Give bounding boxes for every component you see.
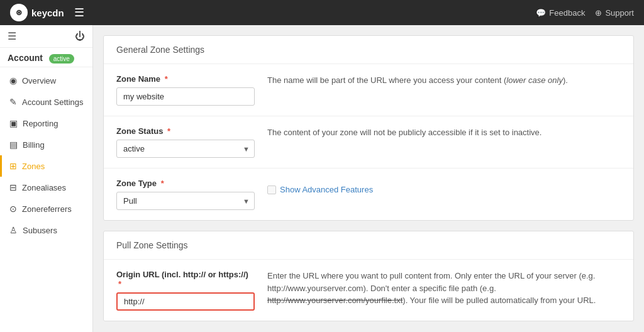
pull-zone-settings-card: Pull Zone Settings Origin URL (incl. htt… bbox=[103, 231, 634, 321]
logo[interactable]: ⊛ keycdn bbox=[10, 4, 64, 21]
account-label: Account bbox=[8, 53, 43, 63]
sidebar-item-zonealiases[interactable]: ⊟ Zonealiases bbox=[0, 177, 92, 198]
show-advanced-label: Show Advanced Features bbox=[280, 184, 373, 196]
account-badge: active bbox=[49, 54, 74, 64]
sidebar-item-label: Zonealiases bbox=[22, 183, 66, 192]
sidebar-item-label: Billing bbox=[23, 140, 45, 150]
zones-icon: ⊞ bbox=[9, 161, 17, 171]
sidebar-top-bar: ☰ ⏻ bbox=[0, 25, 92, 48]
zonealiases-icon: ⊟ bbox=[9, 182, 17, 192]
general-zone-settings-body: Zone Name * The name will be part of the… bbox=[104, 64, 633, 220]
zone-status-select-wrapper: active inactive ▼ bbox=[116, 140, 255, 158]
sidebar-item-label: Subusers bbox=[23, 226, 57, 235]
sidebar-power-icon[interactable]: ⏻ bbox=[75, 31, 85, 42]
logo-icon: ⊛ bbox=[10, 4, 28, 21]
billing-icon: ▤ bbox=[9, 140, 18, 150]
feedback-link[interactable]: 💬 Feedback bbox=[536, 8, 585, 18]
general-zone-settings-card: General Zone Settings Zone Name * The na… bbox=[103, 35, 634, 221]
top-nav: ⊛ keycdn ☰ 💬 Feedback ⊕ Support bbox=[0, 0, 644, 25]
zone-type-select[interactable]: Pull Push bbox=[116, 192, 255, 210]
zone-status-left: Zone Status * active inactive ▼ bbox=[116, 126, 255, 158]
sidebar-item-zones[interactable]: ⊞ Zones bbox=[0, 155, 92, 177]
sidebar-item-label: Overview bbox=[22, 76, 56, 86]
pull-zone-settings-body: Origin URL (incl. http:// or https://) *… bbox=[104, 260, 633, 321]
origin-url-left: Origin URL (incl. http:// or https://) * bbox=[116, 270, 255, 311]
zone-name-hint-italic: lower case only bbox=[506, 75, 563, 85]
pull-zone-settings-header: Pull Zone Settings bbox=[104, 231, 633, 260]
general-zone-settings-header: General Zone Settings bbox=[104, 36, 633, 64]
zone-name-required: * bbox=[165, 74, 168, 84]
sidebar-nav: ◉ Overview ✎ Account Settings ▣ Reportin… bbox=[0, 67, 92, 243]
zone-status-right: The content of your zone will not be pub… bbox=[267, 126, 621, 139]
zone-name-input[interactable] bbox=[116, 87, 255, 106]
sidebar-item-zonereferrers[interactable]: ⊙ Zonereferrers bbox=[0, 198, 92, 219]
zone-type-label: Zone Type * bbox=[116, 179, 255, 188]
sidebar-item-label: Account Settings bbox=[22, 97, 84, 107]
sidebar-item-account-settings[interactable]: ✎ Account Settings bbox=[0, 91, 92, 113]
zone-status-label: Zone Status * bbox=[116, 126, 255, 136]
zone-type-right: Show Advanced Features bbox=[267, 179, 621, 196]
overview-icon: ◉ bbox=[9, 75, 17, 86]
logo-text: keycdn bbox=[31, 8, 64, 18]
origin-url-right: Enter the URL where you want to pull con… bbox=[267, 270, 621, 307]
zone-status-select[interactable]: active inactive bbox=[116, 140, 255, 158]
hamburger-icon[interactable]: ☰ bbox=[74, 6, 84, 19]
sidebar: ☰ ⏻ Account active ◉ Overview ✎ Account … bbox=[0, 25, 93, 332]
origin-url-strikethrough: http://www.yourserver.com/yourfile.txt bbox=[267, 296, 402, 305]
support-label: Support bbox=[605, 8, 634, 18]
app-body: ☰ ⏻ Account active ◉ Overview ✎ Account … bbox=[0, 25, 644, 332]
sidebar-item-subusers[interactable]: ♙ Subusers bbox=[0, 219, 92, 241]
account-section: Account active bbox=[0, 48, 92, 67]
pull-zone-settings-title: Pull Zone Settings bbox=[116, 240, 188, 250]
sidebar-item-overview[interactable]: ◉ Overview bbox=[0, 70, 92, 91]
origin-url-input[interactable] bbox=[116, 292, 255, 311]
zone-type-required: * bbox=[161, 179, 164, 188]
sidebar-item-billing[interactable]: ▤ Billing bbox=[0, 134, 92, 155]
feedback-label: Feedback bbox=[549, 8, 585, 18]
zone-type-select-wrapper: Pull Push ▼ bbox=[116, 192, 255, 210]
zone-name-left: Zone Name * bbox=[116, 74, 255, 106]
support-link[interactable]: ⊕ Support bbox=[595, 8, 634, 18]
main-content: General Zone Settings Zone Name * The na… bbox=[93, 25, 644, 332]
zone-type-left: Zone Type * Pull Push ▼ bbox=[116, 179, 255, 210]
sidebar-hamburger-icon[interactable]: ☰ bbox=[8, 30, 16, 42]
zone-status-required: * bbox=[167, 126, 170, 136]
sidebar-item-label: Zonereferrers bbox=[22, 204, 72, 214]
feedback-icon: 💬 bbox=[536, 8, 546, 18]
support-icon: ⊕ bbox=[595, 8, 602, 18]
zone-status-row: Zone Status * active inactive ▼ The c bbox=[104, 116, 633, 169]
zone-name-right: The name will be part of the URL where y… bbox=[267, 74, 621, 87]
sidebar-item-label: Reporting bbox=[23, 119, 58, 128]
origin-url-label: Origin URL (incl. http:// or https://) * bbox=[116, 270, 255, 289]
sidebar-item-reporting[interactable]: ▣ Reporting bbox=[0, 113, 92, 134]
top-nav-left: ⊛ keycdn ☰ bbox=[10, 4, 84, 21]
zone-name-label: Zone Name * bbox=[116, 74, 255, 84]
show-advanced-features-button[interactable]: Show Advanced Features bbox=[267, 184, 621, 196]
zone-name-row: Zone Name * The name will be part of the… bbox=[104, 64, 633, 116]
reporting-icon: ▣ bbox=[9, 118, 18, 128]
zonereferrers-icon: ⊙ bbox=[9, 204, 17, 214]
general-zone-settings-title: General Zone Settings bbox=[116, 45, 204, 55]
subusers-icon: ♙ bbox=[9, 225, 18, 235]
account-settings-icon: ✎ bbox=[9, 97, 17, 107]
top-nav-right: 💬 Feedback ⊕ Support bbox=[536, 8, 634, 18]
zone-type-row: Zone Type * Pull Push ▼ bbox=[104, 169, 633, 220]
sidebar-item-label: Zones bbox=[22, 162, 45, 171]
show-advanced-checkbox-icon[interactable] bbox=[267, 185, 276, 194]
origin-url-required: * bbox=[118, 279, 121, 289]
origin-url-row: Origin URL (incl. http:// or https://) *… bbox=[104, 260, 633, 321]
